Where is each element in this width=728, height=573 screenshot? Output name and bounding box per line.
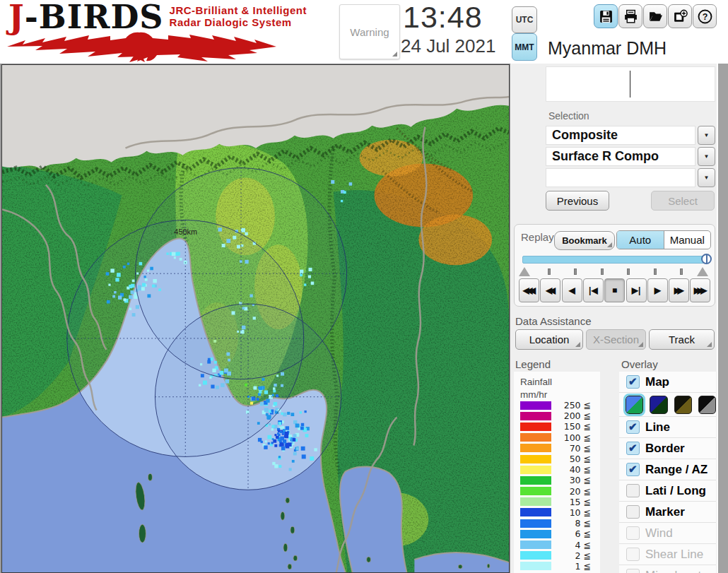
overlay-panel: MapLineBorderRange / AZLati / LongMarker… bbox=[619, 372, 716, 573]
legend-row: 8 ≦ bbox=[514, 518, 600, 528]
location-button[interactable]: Location bbox=[515, 329, 583, 350]
legend-row: 250 ≦ bbox=[514, 400, 600, 410]
range-label: 450km bbox=[174, 228, 197, 236]
legend-value: 100 ≦ bbox=[551, 432, 591, 443]
map-style-4[interactable] bbox=[698, 396, 716, 414]
checkbox-checked[interactable] bbox=[626, 463, 640, 476]
checkbox-checked[interactable] bbox=[626, 442, 640, 455]
help-button[interactable]: ? bbox=[693, 4, 717, 28]
overlay-item-label: Border bbox=[645, 442, 685, 456]
frame-tick bbox=[627, 268, 630, 275]
station-title: Myanmar DMH bbox=[548, 38, 667, 59]
overlay-item-shear-line: Shear Line bbox=[619, 544, 716, 565]
overlay-item-label: Line bbox=[645, 420, 670, 435]
combo-category-value[interactable]: Composite bbox=[546, 126, 695, 145]
map-style-3[interactable] bbox=[674, 396, 692, 414]
jump-start-button[interactable]: ◀◀◀ bbox=[519, 278, 539, 302]
panel-scrollbar[interactable] bbox=[717, 64, 728, 573]
checkbox-checked[interactable] bbox=[626, 375, 640, 389]
jump-end-button[interactable]: ▶▶▶ bbox=[690, 278, 710, 302]
legend-row: 50 ≦ bbox=[514, 454, 600, 464]
map-style-selector bbox=[619, 393, 716, 417]
manual-mode-button[interactable]: Manual bbox=[664, 231, 711, 249]
legend-swatch bbox=[520, 476, 551, 485]
play-backward-button[interactable]: ◀ bbox=[562, 278, 582, 302]
track-button[interactable]: Track bbox=[649, 329, 715, 350]
combo-product-value[interactable]: Surface R Compo bbox=[546, 147, 695, 166]
checkbox-unchecked[interactable] bbox=[626, 484, 640, 497]
legend-swatch bbox=[520, 530, 551, 538]
legend-scale: 250 ≦200 ≦150 ≦100 ≦70 ≦50 ≦40 ≦30 ≦20 ≦… bbox=[514, 400, 600, 572]
rewind-button[interactable]: ◀◀ bbox=[540, 278, 560, 302]
combo-option[interactable]: ▼ bbox=[546, 168, 715, 187]
play-forward-button[interactable]: ▶ bbox=[647, 278, 668, 302]
chevron-down-icon[interactable]: ▼ bbox=[698, 147, 715, 166]
combo-product[interactable]: Surface R Compo ▼ bbox=[546, 147, 715, 166]
legend-row: 4 ≦ bbox=[514, 539, 600, 550]
warning-panel[interactable]: Warning bbox=[339, 4, 400, 59]
combo-category[interactable]: Composite ▼ bbox=[546, 126, 715, 145]
combo-option-value[interactable] bbox=[546, 168, 695, 187]
legend-swatch bbox=[520, 444, 551, 452]
app-tagline: JRC-Brilliant & Intelligent Radar Dialog… bbox=[170, 4, 307, 28]
mmt-button[interactable]: MMT bbox=[512, 33, 537, 61]
frame-tick bbox=[601, 268, 604, 275]
save-button[interactable] bbox=[594, 4, 618, 28]
legend-swatch bbox=[520, 433, 551, 442]
checkbox-checked[interactable] bbox=[626, 420, 640, 434]
overlay-item-map[interactable]: Map bbox=[619, 372, 716, 393]
radar-map-canvas[interactable]: 450km bbox=[1, 64, 510, 573]
step-forward-button[interactable]: ▶| bbox=[626, 278, 647, 302]
header-right-spacer bbox=[717, 0, 728, 64]
x-section-button[interactable]: X-Section bbox=[586, 329, 646, 350]
fast-forward-button[interactable]: ▶▶ bbox=[669, 278, 689, 302]
control-panel: Selection Composite ▼ Surface R Compo ▼ … bbox=[510, 64, 717, 573]
range-start-marker[interactable] bbox=[519, 267, 530, 276]
open-folder-button[interactable] bbox=[643, 4, 667, 28]
frame-tick bbox=[680, 268, 683, 275]
legend-value: 6 ≦ bbox=[551, 528, 591, 539]
annotation-input[interactable] bbox=[546, 66, 715, 102]
legend-swatch bbox=[520, 562, 551, 570]
clock-date: 24 Jul 2021 bbox=[401, 35, 495, 57]
auto-mode-button[interactable]: Auto bbox=[617, 231, 664, 249]
step-back-button[interactable]: |◀ bbox=[583, 278, 604, 302]
legend-panel: Rainfall mm/hr 250 ≦200 ≦150 ≦100 ≦70 ≦5… bbox=[514, 372, 600, 573]
overlay-item-marker[interactable]: Marker bbox=[619, 502, 716, 523]
chevron-down-icon[interactable]: ▼ bbox=[698, 168, 715, 187]
legend-row: 70 ≦ bbox=[514, 443, 600, 454]
legend-row: 100 ≦ bbox=[514, 432, 600, 443]
overlay-item-label: Shear Line bbox=[645, 548, 703, 562]
utc-button[interactable]: UTC bbox=[512, 6, 537, 33]
map-style-2[interactable] bbox=[650, 396, 667, 414]
replay-progress-bar[interactable] bbox=[522, 256, 708, 264]
legend-value: 200 ≦ bbox=[551, 410, 591, 421]
overlay-item-lati-long[interactable]: Lati / Long bbox=[619, 480, 716, 502]
overlay-item-range-az[interactable]: Range / AZ bbox=[619, 459, 716, 480]
print-button[interactable] bbox=[618, 4, 642, 28]
app-logo: J-BIRDS JRC-Brilliant & Intelligent Rada… bbox=[8, 0, 307, 34]
range-end-marker[interactable] bbox=[697, 267, 708, 276]
checkbox-unchecked[interactable] bbox=[626, 505, 640, 519]
legend-swatch bbox=[520, 551, 551, 560]
legend-value: 2 ≦ bbox=[551, 550, 591, 561]
legend-value: 40 ≦ bbox=[551, 464, 591, 475]
overlay-item-line[interactable]: Line bbox=[619, 417, 716, 438]
replay-mode-toggle: Auto Manual bbox=[616, 230, 711, 249]
legend-swatch bbox=[520, 508, 551, 516]
select-button[interactable]: Select bbox=[651, 191, 715, 211]
overlay-item-wind: Wind bbox=[619, 523, 716, 544]
legend-swatch bbox=[520, 401, 551, 410]
bookmark-button[interactable]: Bookmark bbox=[554, 231, 615, 250]
map-style-1-selected[interactable] bbox=[626, 396, 643, 414]
stop-button[interactable]: ■ bbox=[604, 278, 625, 302]
checkbox-unchecked bbox=[626, 548, 640, 561]
previous-button[interactable]: Previous bbox=[546, 191, 609, 211]
replay-progress-handle[interactable] bbox=[701, 254, 712, 264]
new-window-button[interactable] bbox=[668, 4, 692, 28]
chevron-down-icon[interactable]: ▼ bbox=[698, 126, 715, 145]
legend-row: 2 ≦ bbox=[514, 550, 600, 561]
legend-swatch bbox=[520, 519, 551, 528]
replay-group: Replay Bookmark Auto Manual ◀◀◀◀◀◀|◀■▶|▶… bbox=[514, 224, 715, 307]
overlay-item-border[interactable]: Border bbox=[619, 438, 716, 459]
